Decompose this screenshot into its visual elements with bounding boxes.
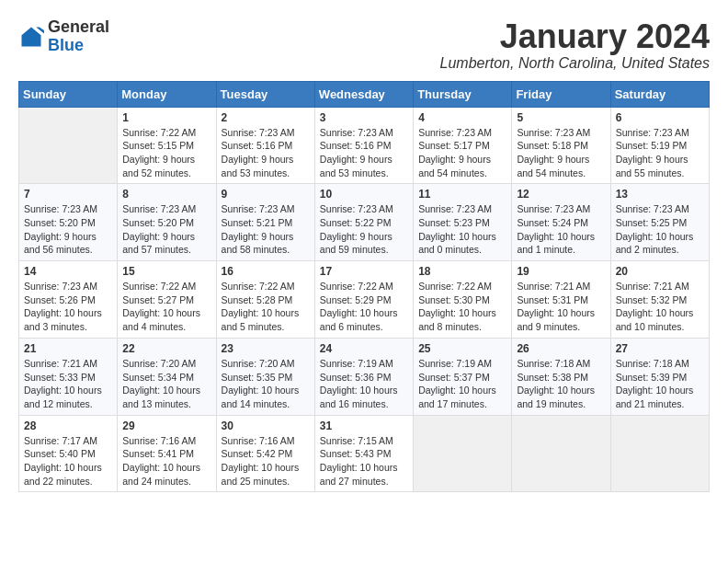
daylight-text: Daylight: 10 hours and 8 minutes. <box>418 307 496 332</box>
cell-w4-d6: 27 Sunrise: 7:18 AM Sunset: 5:39 PM Dayl… <box>610 338 709 415</box>
daylight-text: Daylight: 10 hours and 9 minutes. <box>517 307 595 332</box>
day-info: Sunrise: 7:22 AM Sunset: 5:27 PM Dayligh… <box>122 280 210 334</box>
day-number: 2 <box>222 111 310 124</box>
sunrise-text: Sunrise: 7:23 AM <box>222 203 295 214</box>
week-row-4: 21 Sunrise: 7:21 AM Sunset: 5:33 PM Dayl… <box>19 338 710 415</box>
cell-w2-d5: 12 Sunrise: 7:23 AM Sunset: 5:24 PM Dayl… <box>512 184 610 261</box>
day-number: 24 <box>320 342 408 355</box>
sunset-text: Sunset: 5:17 PM <box>418 140 490 151</box>
daylight-text: Daylight: 9 hours and 54 minutes. <box>418 154 491 178</box>
day-number: 9 <box>222 188 310 201</box>
sunrise-text: Sunrise: 7:23 AM <box>517 127 590 138</box>
sunrise-text: Sunrise: 7:23 AM <box>24 203 97 214</box>
daylight-text: Daylight: 10 hours and 10 minutes. <box>616 307 694 332</box>
daylight-text: Daylight: 10 hours and 6 minutes. <box>320 307 398 332</box>
cell-w5-d0: 28 Sunrise: 7:17 AM Sunset: 5:40 PM Dayl… <box>19 415 118 492</box>
calendar-header: Sunday Monday Tuesday Wednesday Thursday… <box>19 81 710 107</box>
day-info: Sunrise: 7:23 AM Sunset: 5:19 PM Dayligh… <box>616 126 704 180</box>
sunset-text: Sunset: 5:22 PM <box>320 217 392 228</box>
day-number: 27 <box>616 342 704 355</box>
day-number: 19 <box>517 265 605 278</box>
cell-w4-d5: 26 Sunrise: 7:18 AM Sunset: 5:38 PM Dayl… <box>512 338 610 415</box>
day-info: Sunrise: 7:23 AM Sunset: 5:17 PM Dayligh… <box>418 126 506 180</box>
logo-general: General <box>48 17 109 36</box>
day-info: Sunrise: 7:23 AM Sunset: 5:26 PM Dayligh… <box>24 280 112 334</box>
day-info: Sunrise: 7:20 AM Sunset: 5:35 PM Dayligh… <box>222 357 310 411</box>
col-monday: Monday <box>118 81 216 107</box>
daylight-text: Daylight: 10 hours and 21 minutes. <box>616 385 694 409</box>
day-number: 14 <box>24 265 112 278</box>
day-number: 11 <box>418 188 506 201</box>
sunset-text: Sunset: 5:34 PM <box>122 372 194 383</box>
sunset-text: Sunset: 5:20 PM <box>122 217 194 228</box>
sunset-text: Sunset: 5:16 PM <box>222 140 293 151</box>
daylight-text: Daylight: 10 hours and 1 minute. <box>517 231 595 256</box>
sunrise-text: Sunrise: 7:19 AM <box>320 358 393 369</box>
day-info: Sunrise: 7:23 AM Sunset: 5:24 PM Dayligh… <box>517 202 605 257</box>
day-info: Sunrise: 7:17 AM Sunset: 5:40 PM Dayligh… <box>24 434 112 488</box>
day-info: Sunrise: 7:16 AM Sunset: 5:42 PM Dayligh… <box>222 434 310 488</box>
sunrise-text: Sunrise: 7:18 AM <box>517 358 590 369</box>
sunset-text: Sunset: 5:18 PM <box>517 140 588 151</box>
daylight-text: Daylight: 10 hours and 27 minutes. <box>320 462 398 487</box>
cell-w1-d4: 4 Sunrise: 7:23 AM Sunset: 5:17 PM Dayli… <box>414 107 512 184</box>
sunset-text: Sunset: 5:16 PM <box>320 140 392 151</box>
sunset-text: Sunset: 5:25 PM <box>616 217 688 228</box>
sunset-text: Sunset: 5:31 PM <box>517 294 588 305</box>
cell-w1-d5: 5 Sunrise: 7:23 AM Sunset: 5:18 PM Dayli… <box>512 107 610 184</box>
day-number: 29 <box>122 419 210 432</box>
sunset-text: Sunset: 5:21 PM <box>222 217 293 228</box>
sunrise-text: Sunrise: 7:23 AM <box>517 203 590 214</box>
day-number: 6 <box>616 111 704 124</box>
daylight-text: Daylight: 10 hours and 13 minutes. <box>122 385 200 409</box>
daylight-text: Daylight: 9 hours and 53 minutes. <box>222 154 294 178</box>
sunrise-text: Sunrise: 7:22 AM <box>122 281 196 292</box>
col-sunday: Sunday <box>19 81 118 107</box>
week-row-3: 14 Sunrise: 7:23 AM Sunset: 5:26 PM Dayl… <box>19 261 710 339</box>
sunrise-text: Sunrise: 7:23 AM <box>616 203 689 214</box>
sunrise-text: Sunrise: 7:21 AM <box>616 281 689 292</box>
sunset-text: Sunset: 5:42 PM <box>222 448 293 459</box>
daylight-text: Daylight: 10 hours and 25 minutes. <box>222 462 300 487</box>
subtitle: Lumberton, North Carolina, United States <box>440 55 710 72</box>
day-number: 23 <box>222 342 310 355</box>
day-info: Sunrise: 7:21 AM Sunset: 5:31 PM Dayligh… <box>517 280 605 334</box>
day-info: Sunrise: 7:18 AM Sunset: 5:38 PM Dayligh… <box>517 357 605 411</box>
sunset-text: Sunset: 5:38 PM <box>517 372 588 383</box>
day-info: Sunrise: 7:20 AM Sunset: 5:34 PM Dayligh… <box>122 357 210 411</box>
sunset-text: Sunset: 5:19 PM <box>616 140 688 151</box>
day-info: Sunrise: 7:23 AM Sunset: 5:20 PM Dayligh… <box>24 202 112 257</box>
day-number: 4 <box>418 111 506 124</box>
cell-w3-d6: 20 Sunrise: 7:21 AM Sunset: 5:32 PM Dayl… <box>610 261 709 339</box>
main-title: January 2024 <box>440 18 710 55</box>
sunset-text: Sunset: 5:24 PM <box>517 217 588 228</box>
sunrise-text: Sunrise: 7:17 AM <box>24 435 97 446</box>
sunrise-text: Sunrise: 7:21 AM <box>24 358 97 369</box>
day-number: 25 <box>418 342 506 355</box>
sunset-text: Sunset: 5:36 PM <box>320 372 392 383</box>
cell-w3-d0: 14 Sunrise: 7:23 AM Sunset: 5:26 PM Dayl… <box>19 261 118 339</box>
sunset-text: Sunset: 5:37 PM <box>418 372 490 383</box>
day-info: Sunrise: 7:22 AM Sunset: 5:30 PM Dayligh… <box>418 280 506 334</box>
week-row-2: 7 Sunrise: 7:23 AM Sunset: 5:20 PM Dayli… <box>19 184 710 261</box>
title-area: January 2024 Lumberton, North Carolina, … <box>440 18 710 72</box>
cell-w4-d4: 25 Sunrise: 7:19 AM Sunset: 5:37 PM Dayl… <box>414 338 512 415</box>
sunset-text: Sunset: 5:41 PM <box>122 448 194 459</box>
cell-w2-d1: 8 Sunrise: 7:23 AM Sunset: 5:20 PM Dayli… <box>118 184 216 261</box>
sunrise-text: Sunrise: 7:16 AM <box>122 435 196 446</box>
day-number: 15 <box>122 265 210 278</box>
daylight-text: Daylight: 10 hours and 14 minutes. <box>222 385 300 409</box>
day-number: 17 <box>320 265 408 278</box>
calendar-body: 1 Sunrise: 7:22 AM Sunset: 5:15 PM Dayli… <box>19 107 710 492</box>
cell-w2-d2: 9 Sunrise: 7:23 AM Sunset: 5:21 PM Dayli… <box>216 184 314 261</box>
day-info: Sunrise: 7:18 AM Sunset: 5:39 PM Dayligh… <box>616 357 704 411</box>
day-info: Sunrise: 7:19 AM Sunset: 5:36 PM Dayligh… <box>320 357 408 411</box>
cell-w2-d6: 13 Sunrise: 7:23 AM Sunset: 5:25 PM Dayl… <box>610 184 709 261</box>
day-number: 7 <box>24 188 112 201</box>
daylight-text: Daylight: 10 hours and 0 minutes. <box>418 231 496 256</box>
sunrise-text: Sunrise: 7:23 AM <box>222 127 295 138</box>
day-info: Sunrise: 7:23 AM Sunset: 5:20 PM Dayligh… <box>122 202 210 257</box>
day-info: Sunrise: 7:22 AM Sunset: 5:15 PM Dayligh… <box>122 126 210 180</box>
day-info: Sunrise: 7:23 AM Sunset: 5:22 PM Dayligh… <box>320 202 408 257</box>
daylight-text: Daylight: 10 hours and 4 minutes. <box>122 307 200 332</box>
